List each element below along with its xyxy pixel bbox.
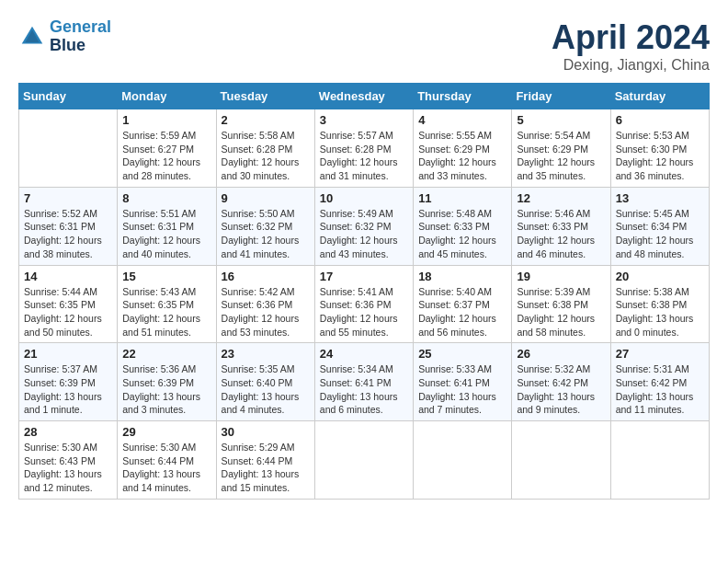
table-row: 27Sunrise: 5:31 AM Sunset: 6:42 PM Dayli… (610, 343, 709, 421)
day-number: 30 (222, 425, 310, 439)
table-row: 16Sunrise: 5:42 AM Sunset: 6:36 PM Dayli… (216, 265, 314, 343)
calendar-title-area: April 2024 Dexing, Jiangxi, China (552, 18, 710, 74)
table-row: 9Sunrise: 5:50 AM Sunset: 6:32 PM Daylig… (216, 187, 314, 265)
header-thursday: Thursday (414, 84, 512, 109)
table-row: 2Sunrise: 5:58 AM Sunset: 6:28 PM Daylig… (216, 109, 314, 188)
day-info: Sunrise: 5:36 AM Sunset: 6:39 PM Dayligh… (122, 362, 210, 417)
table-row (19, 109, 118, 188)
day-number: 6 (616, 113, 704, 127)
table-row: 29Sunrise: 5:30 AM Sunset: 6:44 PM Dayli… (118, 421, 216, 500)
day-info: Sunrise: 5:33 AM Sunset: 6:41 PM Dayligh… (418, 362, 506, 417)
table-row: 21Sunrise: 5:37 AM Sunset: 6:39 PM Dayli… (19, 343, 118, 421)
day-number: 11 (418, 191, 506, 205)
table-row: 6Sunrise: 5:53 AM Sunset: 6:30 PM Daylig… (610, 109, 709, 188)
day-info: Sunrise: 5:45 AM Sunset: 6:34 PM Dayligh… (616, 207, 704, 261)
day-number: 23 (222, 347, 310, 361)
day-number: 21 (24, 347, 112, 361)
day-number: 26 (517, 347, 605, 361)
table-row: 3Sunrise: 5:57 AM Sunset: 6:28 PM Daylig… (314, 109, 413, 188)
day-info: Sunrise: 5:58 AM Sunset: 6:28 PM Dayligh… (222, 129, 310, 183)
calendar-week-1: 1Sunrise: 5:59 AM Sunset: 6:27 PM Daylig… (19, 109, 710, 188)
location-subtitle: Dexing, Jiangxi, China (552, 57, 710, 74)
header-monday: Monday (118, 84, 216, 109)
table-row: 18Sunrise: 5:40 AM Sunset: 6:37 PM Dayli… (414, 265, 512, 343)
day-info: Sunrise: 5:34 AM Sunset: 6:41 PM Dayligh… (320, 362, 408, 417)
day-number: 1 (122, 113, 210, 127)
calendar-week-4: 21Sunrise: 5:37 AM Sunset: 6:39 PM Dayli… (19, 343, 710, 421)
logo-text: GeneralBlue (50, 18, 111, 55)
day-info: Sunrise: 5:30 AM Sunset: 6:43 PM Dayligh… (24, 441, 112, 495)
table-row: 7Sunrise: 5:52 AM Sunset: 6:31 PM Daylig… (19, 187, 118, 265)
day-number: 12 (517, 191, 605, 205)
day-info: Sunrise: 5:40 AM Sunset: 6:37 PM Dayligh… (418, 285, 506, 339)
day-info: Sunrise: 5:55 AM Sunset: 6:29 PM Dayligh… (418, 129, 506, 183)
day-number: 13 (616, 191, 704, 205)
day-info: Sunrise: 5:38 AM Sunset: 6:38 PM Dayligh… (616, 285, 704, 339)
day-info: Sunrise: 5:42 AM Sunset: 6:36 PM Dayligh… (222, 285, 310, 339)
day-number: 17 (320, 270, 408, 283)
day-info: Sunrise: 5:31 AM Sunset: 6:42 PM Dayligh… (616, 362, 704, 417)
table-row: 30Sunrise: 5:29 AM Sunset: 6:44 PM Dayli… (216, 421, 314, 500)
calendar-table: Sunday Monday Tuesday Wednesday Thursday… (18, 83, 710, 500)
day-number: 15 (122, 270, 210, 283)
table-row: 5Sunrise: 5:54 AM Sunset: 6:29 PM Daylig… (512, 109, 610, 188)
day-info: Sunrise: 5:53 AM Sunset: 6:30 PM Dayligh… (616, 129, 704, 183)
table-row: 19Sunrise: 5:39 AM Sunset: 6:38 PM Dayli… (512, 265, 610, 343)
table-row: 12Sunrise: 5:46 AM Sunset: 6:33 PM Dayli… (512, 187, 610, 265)
day-info: Sunrise: 5:44 AM Sunset: 6:35 PM Dayligh… (24, 285, 112, 339)
table-row (610, 421, 709, 500)
app-logo: GeneralBlue (18, 18, 111, 55)
day-number: 24 (320, 347, 408, 361)
day-info: Sunrise: 5:35 AM Sunset: 6:40 PM Dayligh… (222, 362, 310, 417)
header-friday: Friday (512, 84, 610, 109)
table-row: 26Sunrise: 5:32 AM Sunset: 6:42 PM Dayli… (512, 343, 610, 421)
day-number: 4 (418, 113, 506, 127)
table-row: 11Sunrise: 5:48 AM Sunset: 6:33 PM Dayli… (414, 187, 512, 265)
day-info: Sunrise: 5:59 AM Sunset: 6:27 PM Dayligh… (122, 129, 210, 183)
day-number: 19 (517, 270, 605, 283)
table-row: 4Sunrise: 5:55 AM Sunset: 6:29 PM Daylig… (414, 109, 512, 188)
table-row: 25Sunrise: 5:33 AM Sunset: 6:41 PM Dayli… (414, 343, 512, 421)
table-row: 22Sunrise: 5:36 AM Sunset: 6:39 PM Dayli… (118, 343, 216, 421)
day-info: Sunrise: 5:37 AM Sunset: 6:39 PM Dayligh… (24, 362, 112, 417)
header-wednesday: Wednesday (314, 84, 413, 109)
day-info: Sunrise: 5:50 AM Sunset: 6:32 PM Dayligh… (222, 207, 310, 261)
header-tuesday: Tuesday (216, 84, 314, 109)
day-number: 3 (320, 113, 408, 127)
day-number: 16 (222, 270, 310, 283)
page-header: GeneralBlue April 2024 Dexing, Jiangxi, … (18, 18, 710, 74)
table-row: 20Sunrise: 5:38 AM Sunset: 6:38 PM Dayli… (610, 265, 709, 343)
day-number: 18 (418, 270, 506, 283)
day-number: 8 (122, 191, 210, 205)
day-number: 22 (122, 347, 210, 361)
calendar-week-3: 14Sunrise: 5:44 AM Sunset: 6:35 PM Dayli… (19, 265, 710, 343)
day-info: Sunrise: 5:46 AM Sunset: 6:33 PM Dayligh… (517, 207, 605, 261)
day-number: 7 (24, 191, 112, 205)
day-number: 10 (320, 191, 408, 205)
day-info: Sunrise: 5:57 AM Sunset: 6:28 PM Dayligh… (320, 129, 408, 183)
month-year-title: April 2024 (552, 18, 710, 57)
day-info: Sunrise: 5:41 AM Sunset: 6:36 PM Dayligh… (320, 285, 408, 339)
calendar-week-2: 7Sunrise: 5:52 AM Sunset: 6:31 PM Daylig… (19, 187, 710, 265)
day-info: Sunrise: 5:49 AM Sunset: 6:32 PM Dayligh… (320, 207, 408, 261)
header-sunday: Sunday (19, 84, 118, 109)
logo-icon (18, 23, 46, 51)
table-row: 1Sunrise: 5:59 AM Sunset: 6:27 PM Daylig… (118, 109, 216, 188)
table-row: 28Sunrise: 5:30 AM Sunset: 6:43 PM Dayli… (19, 421, 118, 500)
table-row: 15Sunrise: 5:43 AM Sunset: 6:35 PM Dayli… (118, 265, 216, 343)
header-saturday: Saturday (610, 84, 709, 109)
day-number: 25 (418, 347, 506, 361)
day-number: 2 (222, 113, 310, 127)
table-row (512, 421, 610, 500)
table-row: 17Sunrise: 5:41 AM Sunset: 6:36 PM Dayli… (314, 265, 413, 343)
calendar-week-5: 28Sunrise: 5:30 AM Sunset: 6:43 PM Dayli… (19, 421, 710, 500)
day-number: 29 (122, 425, 210, 439)
day-info: Sunrise: 5:54 AM Sunset: 6:29 PM Dayligh… (517, 129, 605, 183)
table-row: 24Sunrise: 5:34 AM Sunset: 6:41 PM Dayli… (314, 343, 413, 421)
day-number: 20 (616, 270, 704, 283)
day-info: Sunrise: 5:29 AM Sunset: 6:44 PM Dayligh… (222, 441, 310, 495)
day-number: 9 (222, 191, 310, 205)
day-info: Sunrise: 5:51 AM Sunset: 6:31 PM Dayligh… (122, 207, 210, 261)
day-number: 27 (616, 347, 704, 361)
day-info: Sunrise: 5:43 AM Sunset: 6:35 PM Dayligh… (122, 285, 210, 339)
